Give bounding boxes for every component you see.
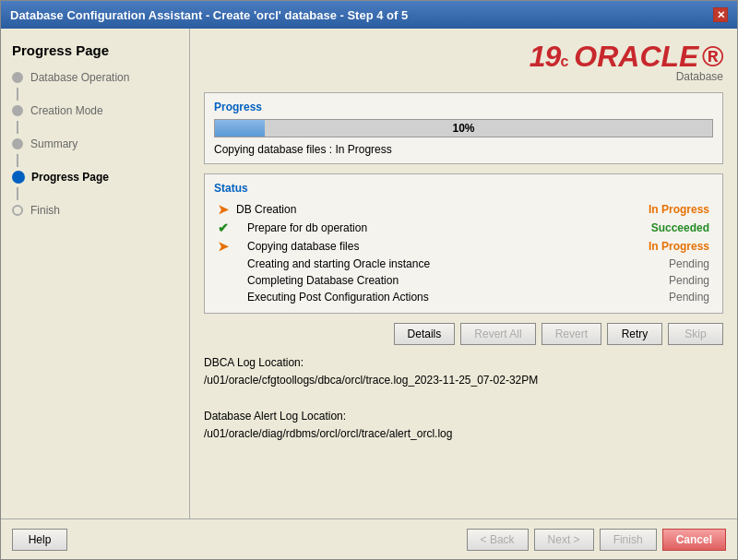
status-label: DB Creation bbox=[236, 203, 296, 216]
sidebar-line-1 bbox=[17, 88, 18, 101]
status-label-cell: Prepare for db operation bbox=[232, 219, 591, 237]
progress-bar-container: 10% bbox=[214, 119, 713, 137]
status-icon-cell bbox=[214, 256, 232, 272]
status-label: Executing Post Configuration Actions bbox=[247, 291, 429, 304]
sidebar-label-database-operation: Database Operation bbox=[30, 71, 129, 84]
sidebar-label-summary: Summary bbox=[30, 137, 77, 150]
status-label-cell: Creating and starting Oracle instance bbox=[232, 256, 591, 272]
sidebar-line-2 bbox=[17, 121, 18, 134]
status-label-cell: Completing Database Creation bbox=[232, 272, 591, 289]
sidebar-header: Progress Page bbox=[1, 38, 189, 67]
status-icon-cell bbox=[214, 272, 232, 289]
progress-section-title: Progress bbox=[214, 101, 713, 113]
alert-log-path: /u01/oracle/diag/rdbms/orcl/orcl/trace/a… bbox=[204, 425, 723, 443]
oracle-logo: 19c ORACLE ® Database bbox=[204, 40, 723, 83]
sidebar-item-progress-page: Progress Page bbox=[1, 167, 189, 187]
sidebar-dot-summary bbox=[12, 138, 23, 149]
table-row: ✔ Prepare for db operation Succeeded bbox=[214, 219, 713, 237]
table-row: Creating and starting Oracle instance Pe… bbox=[214, 256, 713, 272]
status-table: ➤ DB Creation In Progress ✔ Prepare for … bbox=[214, 200, 713, 305]
sidebar-line-4 bbox=[17, 187, 18, 200]
sidebar-item-summary: Summary bbox=[1, 134, 189, 154]
cancel-button[interactable]: Cancel bbox=[662, 529, 726, 551]
status-value-cell: In Progress bbox=[591, 200, 713, 219]
status-icon-cell bbox=[214, 289, 232, 305]
retry-button[interactable]: Retry bbox=[607, 323, 662, 345]
table-row: Executing Post Configuration Actions Pen… bbox=[214, 289, 713, 305]
skip-button[interactable]: Skip bbox=[668, 323, 723, 345]
dbca-log-path: /u01/oracle/cfgtoollogs/dbca/orcl/trace.… bbox=[204, 372, 723, 389]
action-buttons: Details Revert All Revert Retry Skip bbox=[204, 323, 723, 345]
close-button[interactable]: ✕ bbox=[713, 7, 728, 22]
main-window: Database Configuration Assistant - Creat… bbox=[0, 0, 738, 560]
status-value: Succeeded bbox=[651, 221, 709, 234]
table-row: Completing Database Creation Pending bbox=[214, 272, 713, 289]
oracle-tm: ® bbox=[701, 40, 723, 74]
table-row: ➤ Copying database files In Progress bbox=[214, 237, 713, 256]
alert-log-label: Database Alert Log Location: bbox=[204, 408, 723, 425]
revert-button[interactable]: Revert bbox=[542, 323, 601, 345]
help-button[interactable]: Help bbox=[12, 529, 67, 551]
sidebar-item-database-operation: Database Operation bbox=[1, 67, 189, 88]
status-label-cell: Copying database files bbox=[232, 237, 591, 256]
table-row: ➤ DB Creation In Progress bbox=[214, 200, 713, 219]
title-bar: Database Configuration Assistant - Creat… bbox=[1, 1, 737, 29]
status-value-cell: Succeeded bbox=[591, 219, 713, 237]
status-value: In Progress bbox=[649, 240, 709, 253]
arrow-icon: ➤ bbox=[218, 239, 229, 254]
oracle-brand: ORACLE bbox=[574, 40, 698, 74]
status-value: Pending bbox=[669, 257, 709, 270]
footer-right: < Back Next > Finish Cancel bbox=[467, 529, 726, 551]
check-icon: ✔ bbox=[218, 220, 229, 235]
details-button[interactable]: Details bbox=[394, 323, 456, 345]
footer: Help < Back Next > Finish Cancel bbox=[1, 518, 737, 559]
status-value-cell: Pending bbox=[591, 256, 713, 272]
status-value: In Progress bbox=[649, 203, 709, 216]
sidebar-label-finish: Finish bbox=[30, 204, 60, 217]
finish-button[interactable]: Finish bbox=[600, 529, 657, 551]
progress-bar-fill bbox=[215, 120, 265, 137]
arrow-icon: ➤ bbox=[218, 202, 229, 217]
status-label: Completing Database Creation bbox=[247, 274, 399, 287]
status-icon-cell: ➤ bbox=[214, 237, 232, 256]
content-area: 19c ORACLE ® Database Progress 10% Copyi… bbox=[190, 29, 737, 518]
status-section-title: Status bbox=[214, 182, 713, 195]
status-label: Creating and starting Oracle instance bbox=[247, 257, 430, 270]
status-section: Status ➤ DB Creation In Progress ✔ Prepa… bbox=[204, 173, 723, 314]
status-label-cell: Executing Post Configuration Actions bbox=[232, 289, 591, 305]
progress-section: Progress 10% Copying database files : In… bbox=[204, 92, 723, 164]
status-label-cell: DB Creation bbox=[232, 200, 591, 219]
status-value-cell: In Progress bbox=[591, 237, 713, 256]
window-title: Database Configuration Assistant - Creat… bbox=[10, 8, 408, 22]
next-button[interactable]: Next > bbox=[534, 529, 594, 551]
sidebar-dot-finish bbox=[12, 205, 23, 216]
status-label: Prepare for db operation bbox=[247, 221, 367, 234]
status-value: Pending bbox=[669, 274, 709, 287]
main-content: Progress Page Database Operation Creatio… bbox=[1, 29, 737, 518]
sidebar: Progress Page Database Operation Creatio… bbox=[1, 29, 190, 518]
footer-left: Help bbox=[12, 529, 67, 551]
dbca-log-label: DBCA Log Location: bbox=[204, 354, 723, 372]
oracle-logo-container: 19c ORACLE ® Database bbox=[530, 40, 723, 83]
status-value: Pending bbox=[669, 291, 709, 304]
sidebar-line-3 bbox=[17, 154, 18, 167]
sidebar-label-progress-page: Progress Page bbox=[31, 171, 109, 184]
revert-all-button[interactable]: Revert All bbox=[460, 323, 535, 345]
status-icon-cell: ➤ bbox=[214, 200, 232, 219]
status-icon-cell: ✔ bbox=[214, 219, 232, 237]
oracle-version-sup: c bbox=[560, 54, 568, 70]
sidebar-dot-creation-mode bbox=[12, 105, 23, 116]
sidebar-item-creation-mode: Creation Mode bbox=[1, 101, 189, 121]
back-button[interactable]: < Back bbox=[467, 529, 529, 551]
sidebar-dot-progress-page bbox=[12, 171, 25, 184]
sidebar-item-finish: Finish bbox=[1, 200, 189, 220]
oracle-version: 19 bbox=[530, 40, 561, 74]
progress-percent: 10% bbox=[452, 122, 474, 135]
status-label: Copying database files bbox=[247, 240, 359, 253]
status-value-cell: Pending bbox=[591, 289, 713, 305]
log-section: DBCA Log Location: /u01/oracle/cfgtoollo… bbox=[204, 354, 723, 443]
progress-status-text: Copying database files : In Progress bbox=[214, 143, 713, 156]
sidebar-dot-database-operation bbox=[12, 72, 23, 83]
status-value-cell: Pending bbox=[591, 272, 713, 289]
sidebar-label-creation-mode: Creation Mode bbox=[30, 104, 103, 117]
